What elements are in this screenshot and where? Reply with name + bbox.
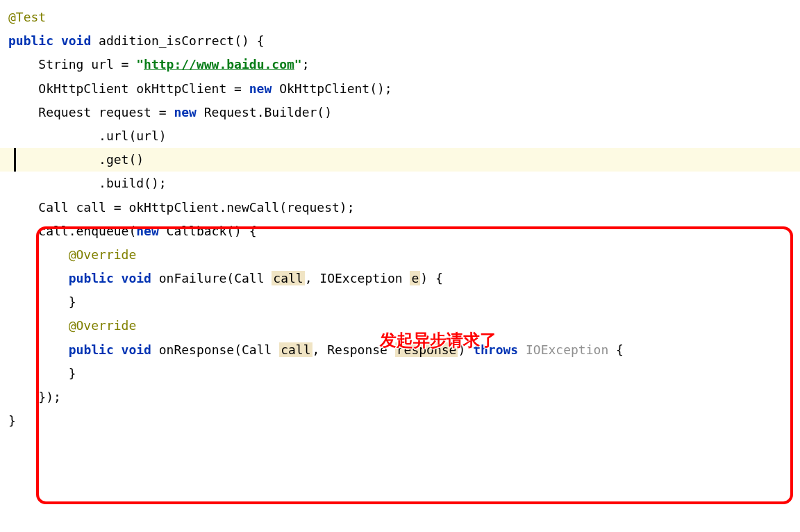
code-line-14[interactable]: } [0,290,800,314]
code-line-11[interactable]: @Override [0,243,800,267]
code-line-1[interactable]: @Test [0,6,800,29]
keyword-throws: throws [473,342,518,357]
code-line-20[interactable]: }); [0,385,800,409]
code-line-21[interactable]: } [0,409,800,433]
annotation-override: @Override [8,247,136,262]
keyword-void: void [61,33,91,48]
code-line-8[interactable]: .build(); [0,172,800,195]
exception-type: IOException [518,342,616,357]
code-line-12[interactable]: public void onFailure(Call call, IOExcep… [0,267,800,290]
keyword-void: void [122,342,151,357]
param-e: e [410,271,420,285]
keyword-public: public [69,271,114,285]
annotation-override: @Override [8,318,136,333]
code-line-2[interactable]: public void addition_isCorrect() { [0,29,800,53]
keyword-public: public [8,33,53,48]
code-line-6[interactable]: .url(url) [0,124,800,148]
keyword-void: void [122,271,151,285]
code-line-5[interactable]: Request request = new Request.Builder() [0,101,800,124]
code-line-19[interactable]: } [0,362,800,385]
keyword-new: new [249,81,272,96]
method-signature: addition_isCorrect() { [91,33,264,48]
keyword-new: new [174,105,197,119]
code-editor[interactable]: @Test public void addition_isCorrect() {… [0,6,800,433]
cursor-indicator [14,148,16,172]
code-line-9[interactable]: Call call = okHttpClient.newCall(request… [0,196,800,219]
keyword-public: public [69,342,114,357]
param-call: call [279,342,312,357]
keyword-new: new [136,224,159,238]
url-string[interactable]: http://www.baidu.com [144,57,294,72]
code-line-17[interactable]: public void onResponse(Call call, Respon… [0,338,800,362]
code-line-3[interactable]: String url = "http://www.baidu.com"; [0,53,800,76]
param-response: response [395,342,458,357]
code-line-10[interactable]: call.enqueue(new Callback() { [0,219,800,243]
code-line-16[interactable]: @Override [0,314,800,338]
param-call: call [272,271,304,285]
annotation-test: @Test [8,10,46,24]
code-line-7-highlighted[interactable]: .get() [0,148,800,172]
code-line-4[interactable]: OkHttpClient okHttpClient = new OkHttpCl… [0,77,800,101]
